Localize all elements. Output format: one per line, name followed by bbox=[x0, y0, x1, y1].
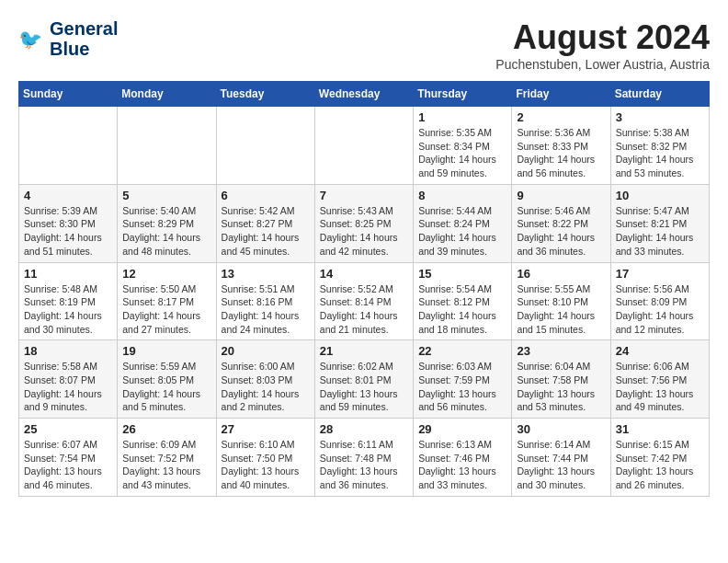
calendar-cell: 5Sunrise: 5:40 AM Sunset: 8:29 PM Daylig… bbox=[118, 184, 216, 262]
calendar-table: SundayMondayTuesdayWednesdayThursdayFrid… bbox=[18, 81, 710, 497]
calendar-cell: 31Sunrise: 6:15 AM Sunset: 7:42 PM Dayli… bbox=[610, 419, 709, 497]
day-info-text: Sunrise: 5:38 AM Sunset: 8:32 PM Dayligh… bbox=[616, 126, 704, 180]
day-info-text: Sunrise: 6:14 AM Sunset: 7:44 PM Dayligh… bbox=[517, 438, 605, 492]
day-info-text: Sunrise: 5:47 AM Sunset: 8:21 PM Dayligh… bbox=[616, 204, 704, 259]
calendar-cell: 20Sunrise: 6:00 AM Sunset: 8:03 PM Dayli… bbox=[216, 340, 314, 419]
day-info-text: Sunrise: 5:51 AM Sunset: 8:16 PM Dayligh… bbox=[222, 282, 310, 337]
day-number: 27 bbox=[222, 422, 310, 436]
calendar-cell: 15Sunrise: 5:54 AM Sunset: 8:12 PM Dayli… bbox=[414, 262, 512, 340]
logo: 🐦 General Blue bbox=[18, 18, 118, 59]
day-info-text: Sunrise: 5:48 AM Sunset: 8:19 PM Dayligh… bbox=[24, 282, 112, 337]
calendar-cell: 21Sunrise: 6:02 AM Sunset: 8:01 PM Dayli… bbox=[314, 340, 413, 419]
day-header-wednesday: Wednesday bbox=[314, 82, 413, 107]
svg-text:🐦: 🐦 bbox=[18, 28, 43, 52]
calendar-cell: 26Sunrise: 6:09 AM Sunset: 7:52 PM Dayli… bbox=[118, 419, 216, 497]
calendar-cell: 4Sunrise: 5:39 AM Sunset: 8:30 PM Daylig… bbox=[19, 184, 118, 262]
calendar-cell: 25Sunrise: 6:07 AM Sunset: 7:54 PM Dayli… bbox=[19, 419, 118, 497]
day-number: 29 bbox=[418, 422, 506, 436]
day-number: 17 bbox=[616, 267, 704, 281]
calendar-cell: 17Sunrise: 5:56 AM Sunset: 8:09 PM Dayli… bbox=[610, 262, 709, 340]
calendar-cell: 12Sunrise: 5:50 AM Sunset: 8:17 PM Dayli… bbox=[118, 262, 216, 340]
logo-icon: 🐦 bbox=[18, 25, 46, 52]
day-number: 9 bbox=[517, 189, 605, 202]
day-header-sunday: Sunday bbox=[19, 82, 118, 107]
day-number: 6 bbox=[222, 189, 310, 202]
day-number: 12 bbox=[122, 267, 210, 281]
day-header-tuesday: Tuesday bbox=[216, 82, 314, 107]
day-number: 18 bbox=[24, 344, 112, 358]
calendar-cell: 29Sunrise: 6:13 AM Sunset: 7:46 PM Dayli… bbox=[414, 419, 512, 497]
calendar-cell bbox=[19, 107, 118, 185]
day-info-text: Sunrise: 6:09 AM Sunset: 7:52 PM Dayligh… bbox=[122, 438, 210, 492]
calendar-cell: 10Sunrise: 5:47 AM Sunset: 8:21 PM Dayli… bbox=[610, 184, 709, 262]
day-info-text: Sunrise: 6:13 AM Sunset: 7:46 PM Dayligh… bbox=[418, 438, 506, 492]
day-info-text: Sunrise: 6:02 AM Sunset: 8:01 PM Dayligh… bbox=[320, 360, 408, 414]
page-header: 🐦 General Blue August 2024 Puchenstuben,… bbox=[18, 18, 710, 72]
day-number: 30 bbox=[517, 422, 605, 436]
calendar-cell: 9Sunrise: 5:46 AM Sunset: 8:22 PM Daylig… bbox=[512, 184, 610, 262]
day-header-thursday: Thursday bbox=[414, 82, 512, 107]
calendar-cell: 28Sunrise: 6:11 AM Sunset: 7:48 PM Dayli… bbox=[314, 419, 413, 497]
day-info-text: Sunrise: 6:15 AM Sunset: 7:42 PM Dayligh… bbox=[616, 438, 704, 492]
day-info-text: Sunrise: 5:50 AM Sunset: 8:17 PM Dayligh… bbox=[122, 282, 210, 337]
day-number: 28 bbox=[320, 422, 408, 436]
day-number: 23 bbox=[517, 344, 605, 358]
calendar-cell bbox=[314, 107, 413, 185]
day-number: 31 bbox=[616, 422, 704, 436]
day-info-text: Sunrise: 5:42 AM Sunset: 8:27 PM Dayligh… bbox=[222, 204, 310, 259]
day-info-text: Sunrise: 5:40 AM Sunset: 8:29 PM Dayligh… bbox=[122, 204, 210, 259]
calendar-cell: 1Sunrise: 5:35 AM Sunset: 8:34 PM Daylig… bbox=[414, 107, 512, 185]
day-number: 7 bbox=[320, 189, 408, 202]
location-subtitle: Puchenstuben, Lower Austria, Austria bbox=[495, 57, 710, 72]
calendar-cell: 13Sunrise: 5:51 AM Sunset: 8:16 PM Dayli… bbox=[216, 262, 314, 340]
calendar-cell: 18Sunrise: 5:58 AM Sunset: 8:07 PM Dayli… bbox=[19, 340, 118, 419]
calendar-cell bbox=[216, 107, 314, 185]
day-info-text: Sunrise: 5:36 AM Sunset: 8:33 PM Dayligh… bbox=[517, 126, 605, 180]
calendar-cell: 19Sunrise: 5:59 AM Sunset: 8:05 PM Dayli… bbox=[118, 340, 216, 419]
day-number: 2 bbox=[517, 110, 605, 124]
day-number: 10 bbox=[616, 189, 704, 202]
day-info-text: Sunrise: 5:56 AM Sunset: 8:09 PM Dayligh… bbox=[616, 282, 704, 337]
calendar-cell: 23Sunrise: 6:04 AM Sunset: 7:58 PM Dayli… bbox=[512, 340, 610, 419]
day-info-text: Sunrise: 6:04 AM Sunset: 7:58 PM Dayligh… bbox=[517, 360, 605, 414]
day-info-text: Sunrise: 5:39 AM Sunset: 8:30 PM Dayligh… bbox=[24, 204, 112, 259]
day-number: 21 bbox=[320, 344, 408, 358]
day-number: 20 bbox=[222, 344, 310, 358]
calendar-cell: 11Sunrise: 5:48 AM Sunset: 8:19 PM Dayli… bbox=[19, 262, 118, 340]
calendar-cell: 30Sunrise: 6:14 AM Sunset: 7:44 PM Dayli… bbox=[512, 419, 610, 497]
calendar-cell: 2Sunrise: 5:36 AM Sunset: 8:33 PM Daylig… bbox=[512, 107, 610, 185]
calendar-week-5: 25Sunrise: 6:07 AM Sunset: 7:54 PM Dayli… bbox=[19, 419, 710, 497]
day-info-text: Sunrise: 5:59 AM Sunset: 8:05 PM Dayligh… bbox=[122, 360, 210, 414]
calendar-week-4: 18Sunrise: 5:58 AM Sunset: 8:07 PM Dayli… bbox=[19, 340, 710, 419]
logo-text: General Blue bbox=[50, 18, 118, 59]
calendar-cell: 3Sunrise: 5:38 AM Sunset: 8:32 PM Daylig… bbox=[610, 107, 709, 185]
calendar-cell: 6Sunrise: 5:42 AM Sunset: 8:27 PM Daylig… bbox=[216, 184, 314, 262]
day-info-text: Sunrise: 5:54 AM Sunset: 8:12 PM Dayligh… bbox=[418, 282, 506, 337]
calendar-cell: 24Sunrise: 6:06 AM Sunset: 7:56 PM Dayli… bbox=[610, 340, 709, 419]
day-number: 8 bbox=[418, 189, 506, 202]
month-year-title: August 2024 bbox=[495, 18, 710, 57]
day-number: 25 bbox=[24, 422, 112, 436]
day-number: 26 bbox=[122, 422, 210, 436]
day-number: 16 bbox=[517, 267, 605, 281]
day-info-text: Sunrise: 5:52 AM Sunset: 8:14 PM Dayligh… bbox=[320, 282, 408, 337]
day-number: 13 bbox=[222, 267, 310, 281]
day-info-text: Sunrise: 6:11 AM Sunset: 7:48 PM Dayligh… bbox=[320, 438, 408, 492]
day-number: 11 bbox=[24, 267, 112, 281]
day-info-text: Sunrise: 5:43 AM Sunset: 8:25 PM Dayligh… bbox=[320, 204, 408, 259]
calendar-cell bbox=[118, 107, 216, 185]
calendar-week-2: 4Sunrise: 5:39 AM Sunset: 8:30 PM Daylig… bbox=[19, 184, 710, 262]
day-header-friday: Friday bbox=[512, 82, 610, 107]
day-header-saturday: Saturday bbox=[610, 82, 709, 107]
calendar-cell: 7Sunrise: 5:43 AM Sunset: 8:25 PM Daylig… bbox=[314, 184, 413, 262]
day-number: 19 bbox=[122, 344, 210, 358]
day-number: 14 bbox=[320, 267, 408, 281]
calendar-cell: 22Sunrise: 6:03 AM Sunset: 7:59 PM Dayli… bbox=[414, 340, 512, 419]
title-block: August 2024 Puchenstuben, Lower Austria,… bbox=[495, 18, 710, 72]
day-info-text: Sunrise: 5:44 AM Sunset: 8:24 PM Dayligh… bbox=[418, 204, 506, 259]
calendar-cell: 27Sunrise: 6:10 AM Sunset: 7:50 PM Dayli… bbox=[216, 419, 314, 497]
day-info-text: Sunrise: 6:07 AM Sunset: 7:54 PM Dayligh… bbox=[24, 438, 112, 492]
calendar-week-3: 11Sunrise: 5:48 AM Sunset: 8:19 PM Dayli… bbox=[19, 262, 710, 340]
calendar-cell: 16Sunrise: 5:55 AM Sunset: 8:10 PM Dayli… bbox=[512, 262, 610, 340]
calendar-cell: 14Sunrise: 5:52 AM Sunset: 8:14 PM Dayli… bbox=[314, 262, 413, 340]
